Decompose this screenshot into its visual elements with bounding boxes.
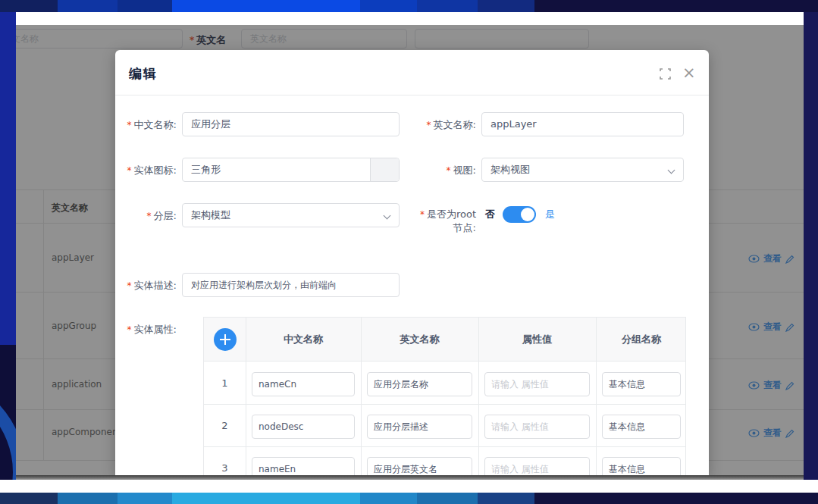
decor-segment <box>478 0 534 12</box>
desktop-stage: 中文名称 *英文名 英文名称 英文名称 appLayer appGroup ap… <box>0 0 818 504</box>
modal-header-divider <box>115 95 709 95</box>
entity-icon-field-input[interactable]: 三角形 <box>182 158 400 182</box>
attr-col-header-attr-value: 属性值 <box>478 318 596 362</box>
fullscreen-icon[interactable] <box>660 68 671 80</box>
entity-attrs-field-label: *实体属性: <box>115 323 177 337</box>
view-select[interactable]: 架构视图 <box>481 158 684 182</box>
required-asterisk: * <box>447 165 451 176</box>
attr-row-index: 3 <box>204 462 246 474</box>
top-decor-bar <box>0 0 818 12</box>
close-icon[interactable]: × <box>682 62 696 83</box>
attr-name-en-input[interactable]: 应用分层英文名 <box>367 457 472 475</box>
layer-field-label: *分层: <box>115 209 177 223</box>
edit-modal: 编辑 × *中文名称: 应用分层 *英文名称: appLayer *实体图标: … <box>115 50 709 475</box>
attr-col-header-name-cn: 中文名称 <box>246 318 361 362</box>
decor-segment <box>534 0 818 12</box>
attr-name-cn-input[interactable]: nodeDesc <box>252 415 355 439</box>
left-decor-column <box>0 12 16 345</box>
toggle-off-label: 否 <box>485 208 495 221</box>
entity-icon-field-label: *实体图标: <box>115 164 177 177</box>
attr-group-input[interactable]: 基本信息 <box>602 457 681 475</box>
required-asterisk: * <box>127 324 132 335</box>
toggle-on-label: 是 <box>545 208 555 221</box>
bottom-white-band <box>0 480 818 493</box>
attr-name-en-input[interactable]: 应用分层名称 <box>367 372 472 396</box>
decor-segment <box>172 493 360 504</box>
chevron-down-icon <box>384 213 390 219</box>
view-field-label: *视图: <box>408 164 476 177</box>
decor-segment <box>118 0 172 12</box>
bottom-decor-bar <box>0 493 818 504</box>
attr-name-en-input[interactable]: 应用分层描述 <box>367 415 472 439</box>
toggle-knob <box>521 208 534 221</box>
decor-segment <box>534 493 818 504</box>
decor-segment <box>58 0 118 12</box>
required-asterisk: * <box>147 211 152 221</box>
modal-title: 编辑 <box>129 65 158 83</box>
attr-row-index: 1 <box>204 377 246 389</box>
attr-table: 中文名称 英文名称 属性值 分组名称 1 nameCn 应用分层名称 请输入 属… <box>203 317 686 475</box>
entity-desc-field-label: *实体描述: <box>115 279 177 293</box>
required-asterisk: * <box>427 120 431 130</box>
name-cn-field-label: *中文名称: <box>115 118 177 132</box>
required-asterisk: * <box>127 165 132 176</box>
is-root-field-label: *是否为root节点: <box>419 208 476 234</box>
decor-segment <box>0 493 58 504</box>
attr-name-cn-input[interactable]: nameEn <box>252 457 355 475</box>
table-border <box>204 446 685 447</box>
decor-segment <box>360 493 417 504</box>
decor-segment <box>360 0 417 12</box>
window-top-band <box>16 12 804 25</box>
decor-segment <box>417 493 478 504</box>
is-root-toggle[interactable] <box>503 206 536 223</box>
decor-segment <box>0 0 58 12</box>
add-attr-button[interactable] <box>214 328 237 351</box>
attr-group-input[interactable]: 基本信息 <box>602 372 681 396</box>
decor-segment <box>58 493 118 504</box>
attr-col-header-name-en: 英文名称 <box>361 318 478 362</box>
attr-row-index: 2 <box>204 420 246 431</box>
attr-group-input[interactable]: 基本信息 <box>602 415 681 439</box>
entity-desc-input[interactable]: 对应用进行架构层次划分，由前端向 <box>182 273 400 297</box>
attr-value-input[interactable]: 请输入 属性值 <box>484 457 590 475</box>
right-decor-column <box>804 12 818 504</box>
decor-segment <box>118 493 172 504</box>
table-border <box>204 404 685 405</box>
attr-name-cn-input[interactable]: nameCn <box>252 372 355 396</box>
decor-segment <box>172 0 360 12</box>
required-asterisk: * <box>127 280 132 291</box>
icon-picker-button[interactable] <box>370 158 399 181</box>
name-en-field-input[interactable]: appLayer <box>481 112 684 136</box>
decor-segment <box>478 493 534 504</box>
required-asterisk: * <box>127 120 132 130</box>
name-cn-field-input[interactable]: 应用分层 <box>182 112 400 136</box>
attr-value-input[interactable]: 请输入 属性值 <box>484 415 590 439</box>
decor-segment <box>417 0 478 12</box>
layer-select[interactable]: 架构模型 <box>182 203 400 227</box>
attr-value-input[interactable]: 请输入 属性值 <box>484 372 590 396</box>
required-asterisk: * <box>420 209 425 220</box>
attr-col-header-group: 分组名称 <box>596 318 686 362</box>
name-en-field-label: *英文名称: <box>408 118 476 132</box>
chevron-down-icon <box>669 167 675 174</box>
